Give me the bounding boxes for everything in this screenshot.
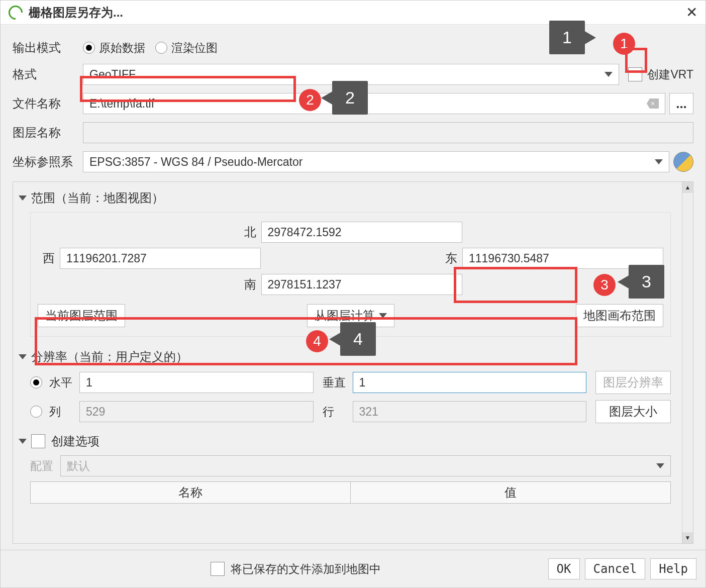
south-label: 南	[239, 276, 256, 292]
radio-dot-icon	[83, 42, 95, 54]
dialog-footer: 将已保存的文件添加到地图中 OK Cancel Help	[1, 550, 705, 587]
create-options-text: 创建选项	[51, 433, 99, 449]
crs-combobox[interactable]: EPSG:3857 - WGS 84 / Pseudo-Mercator	[83, 151, 669, 172]
annotation-badge-4: 4	[306, 330, 328, 352]
west-value: 11196201.7287	[66, 252, 147, 265]
extent-group-header[interactable]: 范围（当前：地图视图）	[20, 190, 686, 206]
crs-value: EPSG:3857 - WGS 84 / Pseudo-Mercator	[89, 155, 302, 169]
north-label: 北	[239, 224, 256, 240]
layer-name-input	[83, 122, 693, 143]
file-name-value: E:\temp\fa.tif	[89, 97, 154, 111]
close-icon[interactable]: ✕	[686, 4, 697, 21]
clear-icon[interactable]: ×	[647, 99, 659, 109]
rows-input: 321	[353, 401, 587, 422]
collapse-triangle-icon	[19, 354, 27, 359]
create-options-header[interactable]: 创建选项	[20, 433, 686, 449]
collapse-triangle-icon	[19, 439, 27, 444]
chevron-down-icon	[656, 463, 664, 468]
annotation-callout-1: 1	[549, 21, 585, 54]
scroll-up-icon[interactable]: ▲	[682, 182, 693, 193]
layer-resolution-button[interactable]: 图层分辨率	[595, 371, 671, 394]
browse-button[interactable]: ...	[669, 93, 693, 114]
chevron-down-icon	[655, 159, 663, 164]
layer-name-row: 图层名称	[13, 122, 693, 143]
radio-raw-label: 原始数据	[99, 40, 145, 56]
vertical-scrollbar[interactable]: ▲ ▼	[682, 182, 693, 543]
east-value: 11196730.5487	[469, 252, 549, 265]
annotation-callout-2: 2	[332, 81, 368, 115]
rows-label: 行	[323, 404, 353, 420]
vert-input[interactable]: 1	[353, 372, 587, 393]
radio-rendered[interactable]: 渲染位图	[155, 40, 218, 56]
add-to-map-checkbox[interactable]	[211, 562, 225, 576]
output-mode-label: 输出模式	[13, 40, 83, 56]
profile-label: 配置	[30, 458, 60, 474]
south-input[interactable]: 2978151.1237	[261, 274, 462, 295]
file-name-input[interactable]: E:\temp\fa.tif ×	[83, 93, 665, 114]
horiz-input[interactable]: 1	[79, 372, 314, 393]
west-label: 西	[38, 250, 55, 266]
annotation-badge-3: 3	[593, 274, 616, 296]
collapse-triangle-icon	[19, 195, 27, 201]
west-input[interactable]: 11196201.7287	[60, 248, 261, 269]
profile-combobox: 默认	[60, 455, 671, 476]
format-label: 格式	[13, 66, 83, 82]
dialog-window: 栅格图层另存为... ✕ 输出模式 原始数据 渲染位图 格式 GeoTIFF 创…	[0, 0, 706, 588]
radio-raw-data[interactable]: 原始数据	[83, 40, 145, 56]
south-value: 2978151.1237	[268, 278, 342, 291]
layer-size-button[interactable]: 图层大小	[595, 400, 671, 423]
map-canvas-extent-button[interactable]: 地图画布范围	[576, 304, 663, 327]
create-options-checkbox[interactable]	[31, 434, 45, 448]
create-vrt-checkbox[interactable]	[628, 67, 642, 81]
col-name: 名称	[31, 482, 351, 503]
annotation-badge-1: 1	[613, 33, 635, 55]
east-label: 东	[440, 250, 457, 266]
format-value: GeoTIFF	[89, 68, 136, 81]
profile-value: 默认	[67, 458, 90, 474]
file-name-label: 文件名称	[13, 95, 83, 112]
dialog-content: 输出模式 原始数据 渲染位图 格式 GeoTIFF 创建VRT 文件名称	[1, 25, 705, 550]
chevron-down-icon	[604, 72, 613, 77]
extent-box: 北 2978472.1592 西 11196201.7287 东	[30, 212, 671, 337]
radio-resolution[interactable]	[30, 376, 42, 388]
annotation-callout-4: 4	[340, 322, 376, 356]
scroll-down-icon[interactable]: ▼	[682, 532, 693, 543]
options-scroll-area: ▲ ▼ 范围（当前：地图视图） 北 2978472.1592 西	[13, 181, 693, 544]
crs-label: 坐标参照系	[13, 154, 83, 170]
resolution-header-text: 分辨率（当前：用户定义的）	[31, 349, 188, 365]
annotation-callout-3: 3	[629, 265, 664, 299]
cols-label: 列	[49, 404, 79, 420]
col-value: 值	[351, 482, 670, 503]
crs-row: 坐标参照系 EPSG:3857 - WGS 84 / Pseudo-Mercat…	[13, 151, 693, 172]
ok-button[interactable]: OK	[548, 558, 580, 579]
create-vrt-label: 创建VRT	[647, 67, 693, 82]
annotation-badge-2: 2	[299, 89, 321, 111]
qgis-icon	[6, 3, 26, 23]
radio-size[interactable]	[30, 406, 42, 418]
help-button[interactable]: Help	[650, 558, 696, 579]
options-table-header: 名称 值	[30, 481, 671, 504]
window-title: 栅格图层另存为...	[29, 5, 686, 21]
north-input[interactable]: 2978472.1592	[261, 222, 462, 243]
radio-rendered-label: 渲染位图	[171, 40, 218, 56]
calc-label: 从图层计算	[315, 308, 375, 324]
crs-select-button[interactable]	[673, 152, 693, 172]
titlebar: 栅格图层另存为... ✕	[1, 1, 705, 25]
chevron-down-icon	[379, 313, 387, 318]
create-opts-box: 配置 默认 名称 值	[30, 455, 671, 504]
resolution-box: 水平 1 垂直 1 图层分辨率 列 529 行 321 图层大小	[30, 371, 671, 423]
radio-circle-icon	[155, 42, 167, 54]
add-to-map-label: 将已保存的文件添加到地图中	[231, 561, 381, 577]
north-value: 2978472.1592	[268, 226, 342, 239]
extent-header-text: 范围（当前：地图视图）	[31, 190, 164, 206]
cols-input: 529	[79, 401, 314, 422]
current-layer-extent-button[interactable]: 当前图层范围	[38, 304, 125, 327]
layer-name-label: 图层名称	[13, 125, 83, 141]
vert-label: 垂直	[323, 375, 353, 390]
horiz-label: 水平	[49, 375, 79, 390]
cancel-button[interactable]: Cancel	[585, 558, 646, 579]
